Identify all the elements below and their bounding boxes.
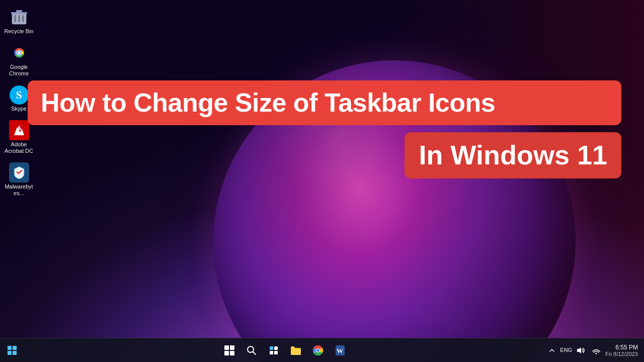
- svg-rect-12: [8, 346, 12, 350]
- svg-point-11: [18, 51, 21, 54]
- title-overlay-area: How to Change Size of Taskbar Icons In W…: [28, 80, 621, 178]
- taskbar-left: [0, 342, 22, 358]
- title-main-text: How to Change Size of Taskbar Icons: [41, 88, 608, 117]
- svg-rect-14: [8, 351, 12, 355]
- taskbar-date-display: Fri 8/12/2023: [605, 351, 638, 357]
- svg-rect-18: [224, 351, 229, 355]
- taskbar-clock[interactable]: 6:55 PM Fri 8/12/2023: [605, 344, 640, 357]
- svg-rect-25: [274, 351, 278, 354]
- taskbar-center: W: [22, 340, 547, 360]
- svg-rect-1: [14, 15, 16, 22]
- taskbar-chrome-button[interactable]: [308, 340, 328, 360]
- adobe-image: [9, 120, 29, 140]
- svg-rect-3: [22, 15, 24, 22]
- skype-label: Skype: [11, 106, 27, 112]
- taskbar-search-button[interactable]: [242, 340, 262, 360]
- title-box-sub: In Windows 11: [405, 132, 621, 178]
- recycle-bin-image: [9, 7, 29, 27]
- taskbar-network-button[interactable]: [590, 340, 602, 360]
- title-sub-text: In Windows 11: [419, 140, 607, 170]
- language-indicator[interactable]: ENG: [560, 347, 572, 353]
- taskbar-volume-button[interactable]: [575, 340, 587, 360]
- chrome-label: Google Chrome: [4, 64, 34, 77]
- svg-rect-13: [13, 346, 17, 350]
- language-text: ENG: [560, 347, 572, 353]
- taskbar-explorer-button[interactable]: [286, 340, 306, 360]
- svg-rect-15: [13, 351, 17, 355]
- taskbar-tray-expand-button[interactable]: [547, 345, 557, 355]
- svg-rect-16: [224, 345, 229, 350]
- svg-rect-5: [16, 10, 22, 13]
- svg-point-28: [316, 349, 319, 352]
- taskbar-widgets-button[interactable]: [264, 340, 284, 360]
- taskbar-office-button[interactable]: W: [330, 340, 350, 360]
- svg-rect-22: [270, 346, 273, 350]
- right-dark-overlay: [386, 0, 644, 362]
- svg-rect-2: [18, 15, 20, 22]
- malware-label: Malwarebytes...: [4, 184, 34, 197]
- taskbar-start-button[interactable]: [219, 340, 239, 360]
- svg-point-31: [596, 352, 597, 354]
- title-box-main: How to Change Size of Taskbar Icons: [28, 80, 621, 125]
- svg-rect-24: [270, 351, 273, 354]
- recycle-bin-label: Recycle Bin: [4, 28, 33, 35]
- taskbar: W ENG: [0, 338, 644, 362]
- recycle-bin-icon[interactable]: Recycle Bin: [2, 5, 36, 37]
- google-chrome-icon[interactable]: Google Chrome: [2, 41, 36, 79]
- skype-image: S: [10, 85, 29, 105]
- malware-image: [9, 162, 29, 183]
- chrome-image: [9, 43, 29, 63]
- svg-rect-23: [274, 346, 278, 350]
- svg-line-21: [253, 351, 256, 354]
- taskbar-right: ENG 6:55 PM Fri 8/12/2023: [547, 340, 644, 360]
- svg-text:W: W: [337, 347, 343, 354]
- desktop-background: [0, 0, 644, 362]
- windows-corner-button[interactable]: [4, 342, 20, 358]
- svg-rect-17: [230, 345, 234, 350]
- svg-rect-19: [230, 351, 234, 355]
- taskbar-time-display: 6:55 PM: [605, 344, 638, 351]
